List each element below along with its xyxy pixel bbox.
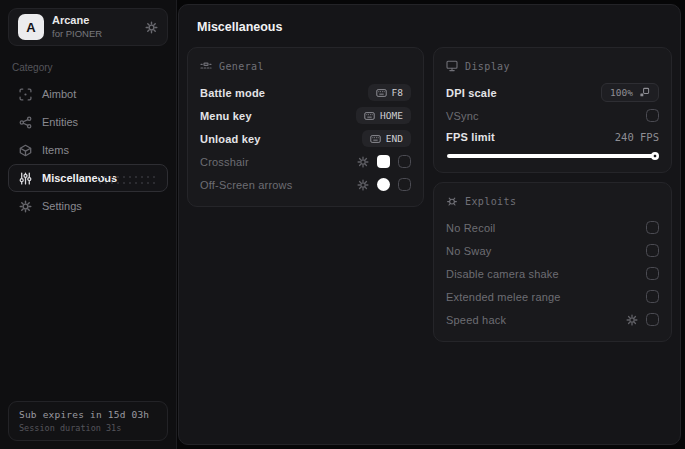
sidebar-item-settings[interactable]: Settings [8, 192, 168, 220]
keybind-value: HOME [380, 110, 403, 121]
setting-label: Menu key [200, 110, 252, 122]
scale-icon [639, 87, 650, 98]
crosshair-checkbox[interactable] [398, 155, 411, 168]
setting-label: Battle mode [200, 87, 265, 99]
disable-camera-shake-checkbox[interactable] [646, 267, 659, 280]
keybind-value: END [386, 133, 403, 144]
setting-row-menu-key: Menu key HOME [200, 104, 411, 127]
keybind-badge[interactable]: HOME [356, 107, 411, 124]
general-panel: General Battle mode F8 [187, 47, 424, 207]
gear-icon [19, 200, 32, 213]
color-swatch[interactable] [377, 178, 390, 191]
fps-limit-value: 240 FPS [615, 131, 659, 143]
box-icon [19, 144, 32, 157]
keybind-badge[interactable]: F8 [368, 84, 411, 101]
main-content: Miscellaneous General B [178, 4, 681, 445]
dpi-scale-select[interactable]: 100% [601, 83, 659, 102]
keybind-value: F8 [392, 87, 403, 98]
keyboard-icon [370, 135, 381, 143]
setting-label: Unload key [200, 133, 261, 145]
sidebar-item-entities[interactable]: Entities [8, 108, 168, 136]
keybind-badge[interactable]: END [362, 130, 411, 147]
extended-melee-range-checkbox[interactable] [646, 290, 659, 303]
setting-label: Disable camera shake [446, 268, 559, 280]
keyboard-icon [364, 112, 375, 120]
color-swatch[interactable] [377, 155, 390, 168]
gear-icon[interactable] [357, 179, 369, 191]
setting-row-disable-camera-shake: Disable camera shake [446, 262, 659, 285]
dpi-scale-value: 100% [610, 87, 633, 98]
slider-thumb[interactable] [651, 152, 659, 160]
session-duration-text: Session duration 31s [19, 423, 157, 433]
subscription-status-card: Sub expires in 15d 03h Session duration … [8, 401, 168, 441]
setting-label: Crosshair [200, 156, 249, 168]
panel-title: Exploits [465, 196, 516, 207]
sidebar: A Arcane for PIONER Category Aimbot [0, 0, 177, 449]
sidebar-item-label: Items [42, 144, 69, 156]
sidebar-item-miscellaneous[interactable]: Miscellaneous [8, 164, 168, 192]
brand-text: Arcane for PIONER [52, 14, 102, 40]
sidebar-item-aimbot[interactable]: Aimbot [8, 80, 168, 108]
sidebar-item-label: Entities [42, 116, 78, 128]
gear-icon[interactable] [626, 314, 638, 326]
app-subtitle: for PIONER [52, 28, 102, 40]
panel-title: General [219, 61, 264, 72]
setting-row-no-recoil: No Recoil [446, 216, 659, 239]
setting-label: VSync [446, 110, 479, 122]
setting-row-battle-mode: Battle mode F8 [200, 81, 411, 104]
gear-icon[interactable] [357, 156, 369, 168]
category-label: Category [12, 62, 164, 73]
no-sway-checkbox[interactable] [646, 244, 659, 257]
setting-row-no-sway: No Sway [446, 239, 659, 262]
app-logo: A [18, 14, 44, 40]
setting-row-dpi-scale: DPI scale 100% [446, 81, 659, 104]
sliders-icon [19, 172, 32, 185]
bug-icon [446, 195, 458, 207]
page-title: Miscellaneous [197, 20, 662, 34]
keyboard-icon [376, 89, 387, 97]
offscreen-arrows-checkbox[interactable] [398, 178, 411, 191]
sidebar-item-items[interactable]: Items [8, 136, 168, 164]
crosshair-scan-icon [19, 88, 32, 101]
setting-label: Extended melee range [446, 291, 561, 303]
brand-card: A Arcane for PIONER [8, 8, 168, 46]
app-title: Arcane [52, 14, 102, 28]
list-icon [200, 60, 212, 72]
sidebar-item-label: Miscellaneous [42, 172, 117, 184]
setting-row-unload-key: Unload key END [200, 127, 411, 150]
setting-label: Speed hack [446, 314, 506, 326]
setting-label: No Recoil [446, 222, 496, 234]
fps-limit-slider[interactable] [447, 154, 658, 158]
exploits-panel: Exploits No Recoil No Sway Disable camer… [433, 182, 672, 342]
setting-row-offscreen-arrows: Off-Screen arrows [200, 173, 411, 196]
sidebar-item-label: Settings [42, 200, 82, 212]
sub-expiry-text: Sub expires in 15d 03h [19, 409, 157, 420]
speed-hack-checkbox[interactable] [646, 313, 659, 326]
sidebar-item-label: Aimbot [42, 88, 76, 100]
setting-row-crosshair: Crosshair [200, 150, 411, 173]
gear-icon[interactable] [145, 21, 158, 34]
setting-row-speed-hack: Speed hack [446, 308, 659, 331]
display-panel: Display DPI scale 100% [433, 47, 672, 173]
entities-nodes-icon [19, 116, 32, 129]
setting-label: DPI scale [446, 87, 497, 99]
app-window: A Arcane for PIONER Category Aimbot [0, 0, 685, 449]
setting-label: FPS limit [446, 131, 495, 143]
setting-label: Off-Screen arrows [200, 179, 292, 191]
setting-row-extended-melee-range: Extended melee range [446, 285, 659, 308]
setting-row-fps-limit: FPS limit 240 FPS [446, 127, 659, 147]
no-recoil-checkbox[interactable] [646, 221, 659, 234]
vsync-checkbox[interactable] [646, 109, 659, 122]
setting-label: No Sway [446, 245, 491, 257]
panel-title: Display [465, 61, 510, 72]
setting-row-vsync: VSync [446, 104, 659, 127]
monitor-icon [446, 60, 458, 72]
